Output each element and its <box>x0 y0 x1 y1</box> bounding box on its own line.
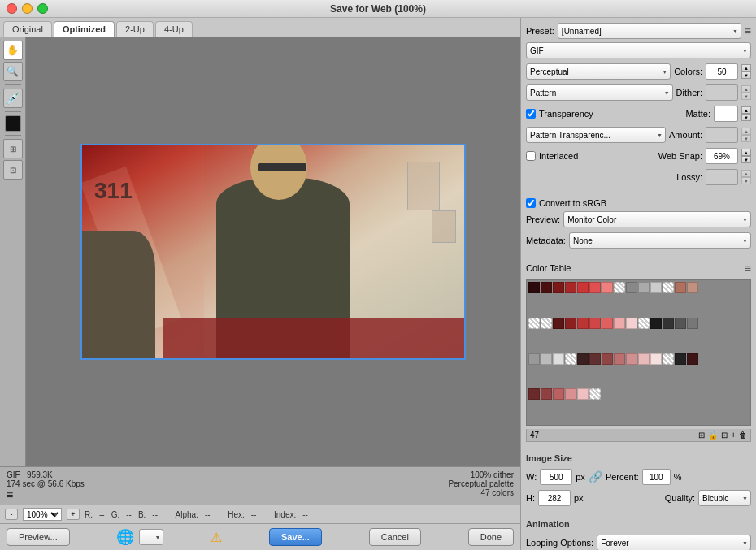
color-swatch[interactable] <box>565 388 576 400</box>
snap-icon[interactable]: ⊡ <box>721 431 728 440</box>
delete-icon[interactable]: 🗑 <box>739 431 747 440</box>
minimize-button[interactable] <box>22 3 33 14</box>
quality-select[interactable]: Bicubic <box>698 490 751 506</box>
color-swatch[interactable] <box>675 353 686 365</box>
percent-input[interactable] <box>642 469 671 485</box>
tab-2up[interactable]: 2-Up <box>116 21 154 37</box>
matte-up[interactable]: ▲ <box>741 106 751 114</box>
color-swatch[interactable] <box>626 282 637 293</box>
colors-input[interactable] <box>706 63 738 80</box>
new-icon[interactable]: + <box>731 431 736 440</box>
preview-select-wrapper[interactable]: Monitor Color <box>563 211 751 227</box>
format-select[interactable]: GIF <box>526 42 751 58</box>
color-swatch[interactable] <box>626 318 637 329</box>
preview-button[interactable]: Preview... <box>7 528 70 546</box>
color-swatch[interactable] <box>663 282 674 293</box>
color-swatch[interactable] <box>675 318 686 329</box>
zoom-in-btn[interactable]: + <box>67 509 80 520</box>
color-swatch[interactable] <box>528 282 540 293</box>
color-swatch[interactable] <box>614 318 625 329</box>
canvas-area[interactable]: 311 <box>26 37 520 466</box>
zoom-select[interactable]: 100% <box>23 508 62 521</box>
colors-down[interactable]: ▼ <box>741 71 751 79</box>
color-swatch[interactable] <box>687 318 698 329</box>
color-swatch[interactable] <box>687 282 698 293</box>
color-swatch[interactable] <box>687 353 698 365</box>
colors-stepper[interactable]: ▲ ▼ <box>741 64 751 79</box>
color-swatch[interactable] <box>614 353 625 365</box>
color-swatch[interactable] <box>614 282 625 293</box>
websnap-up[interactable]: ▲ <box>741 149 751 156</box>
zoom-tool[interactable]: 🔍 <box>3 62 23 81</box>
metadata-select-wrapper[interactable]: None <box>569 232 751 249</box>
color-swatch[interactable] <box>589 388 601 400</box>
color-swatch[interactable] <box>602 282 613 293</box>
color-swatch[interactable] <box>602 353 613 365</box>
preview-select[interactable]: Monitor Color <box>563 211 751 227</box>
eyedropper-tool[interactable]: 💉 <box>3 89 23 108</box>
color-swatch[interactable] <box>663 353 674 365</box>
color-swatch[interactable] <box>565 318 576 329</box>
dither-select-wrapper[interactable]: Pattern <box>526 84 673 101</box>
color-swatch[interactable] <box>528 388 540 400</box>
color-swatch[interactable] <box>650 353 662 365</box>
color-swatch-grid[interactable] <box>526 279 751 426</box>
color-swatch[interactable] <box>675 282 686 293</box>
metadata-select[interactable]: None <box>569 232 751 249</box>
preset-select-wrapper[interactable]: [Unnamed] <box>558 23 741 39</box>
tab-original[interactable]: Original <box>3 21 52 37</box>
preset-select[interactable]: [Unnamed] <box>558 23 741 39</box>
matte-down[interactable]: ▼ <box>741 114 751 121</box>
color-swatch[interactable] <box>541 282 552 293</box>
save-button[interactable]: Save... <box>269 528 322 546</box>
color-swatch[interactable] <box>577 353 589 365</box>
color-table-menu-icon[interactable]: ≡ <box>745 262 751 275</box>
color-swatch[interactable] <box>589 353 601 365</box>
color-swatch[interactable] <box>650 282 662 293</box>
color-swatch[interactable] <box>528 318 540 329</box>
transparency-checkbox[interactable] <box>526 109 536 119</box>
color-swatch[interactable] <box>638 318 650 329</box>
matte-stepper[interactable]: ▲ ▼ <box>741 106 751 121</box>
color-swatch[interactable] <box>553 388 564 400</box>
height-input[interactable] <box>538 490 571 506</box>
color-swatch[interactable] <box>541 388 552 400</box>
color-swatch[interactable] <box>565 282 576 293</box>
zoom-out-btn[interactable]: - <box>5 509 18 520</box>
slice-select-tool[interactable]: ⊡ <box>3 160 23 180</box>
transparency-method-select[interactable]: Pattern Transparenc... <box>526 127 666 143</box>
color-swatch[interactable] <box>626 353 637 365</box>
hand-tool[interactable]: ✋ <box>3 41 23 60</box>
map-icon[interactable]: ⊞ <box>698 431 705 440</box>
dither-input[interactable] <box>706 84 738 101</box>
done-button[interactable]: Done <box>468 528 514 546</box>
browser-icon[interactable]: 🌐 <box>116 528 134 546</box>
color-swatch[interactable] <box>553 318 564 329</box>
color-swatch[interactable] <box>663 318 674 329</box>
format-select-wrapper[interactable]: GIF <box>526 42 751 58</box>
zoom-select-wrapper[interactable]: 100% <box>23 508 62 521</box>
tab-optimized[interactable]: Optimized <box>54 21 115 37</box>
color-swatch[interactable] <box>638 282 650 293</box>
reduction-select[interactable]: Perceptual <box>526 63 671 80</box>
color-swatch[interactable] <box>565 353 576 365</box>
browser-select[interactable] <box>139 529 163 545</box>
websnap-stepper[interactable]: ▲ ▼ <box>741 149 751 163</box>
color-swatch[interactable] <box>589 318 601 329</box>
color-swatch[interactable] <box>541 318 552 329</box>
color-swatch[interactable] <box>528 353 540 365</box>
websnap-down[interactable]: ▼ <box>741 156 751 163</box>
color-swatch[interactable] <box>577 282 589 293</box>
color-swatch[interactable] <box>602 318 613 329</box>
maximize-button[interactable] <box>37 3 48 14</box>
window-controls[interactable] <box>7 3 48 14</box>
close-button[interactable] <box>7 3 17 14</box>
color-swatch[interactable] <box>553 282 564 293</box>
color-swatch[interactable] <box>650 318 662 329</box>
width-input[interactable] <box>540 469 572 485</box>
color-swatch[interactable] <box>589 282 601 293</box>
transparency-method-wrapper[interactable]: Pattern Transparenc... <box>526 127 666 143</box>
dither-select[interactable]: Pattern <box>526 84 673 101</box>
menu-icon[interactable]: ≡ <box>7 488 13 501</box>
browser-select-wrapper[interactable] <box>139 529 163 545</box>
